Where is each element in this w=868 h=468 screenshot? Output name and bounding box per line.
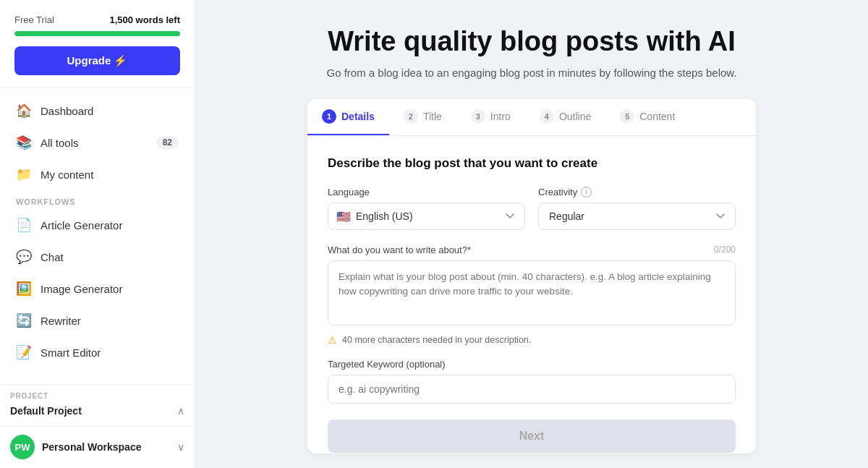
sidebar-item-chat[interactable]: 💬 Chat [0, 241, 195, 273]
creativity-select[interactable]: Regular Creative Precise [538, 203, 736, 230]
creativity-group: Creativity i Regular Creative Precise [538, 187, 736, 230]
page-subtitle: Go from a blog idea to an engaging blog … [326, 67, 736, 79]
project-name: Default Project [10, 405, 82, 417]
sidebar-item-label: Rewriter [41, 315, 81, 327]
rewriter-icon: 🔄 [16, 312, 32, 328]
language-group: Language 🇺🇸 English (US) [328, 187, 525, 230]
card-body: Describe the blog post that you want to … [307, 136, 756, 454]
sidebar-item-article-generator[interactable]: 📄 Article Generator [0, 209, 195, 241]
language-label: Language [328, 187, 525, 197]
trial-words: 1,500 words left [109, 14, 180, 25]
sidebar-item-all-tools[interactable]: 📚 All tools 82 [0, 127, 195, 158]
warning-icon: ⚠ [328, 334, 337, 346]
tab-num-1: 1 [322, 109, 336, 124]
sidebar-nav: 🏠 Dashboard 📚 All tools 82 📁 My content … [0, 88, 195, 384]
sidebar-item-smart-editor[interactable]: 📝 Smart Editor [0, 336, 195, 368]
tab-label-intro: Intro [490, 111, 511, 122]
sidebar-item-dashboard[interactable]: 🏠 Dashboard [0, 95, 195, 127]
sidebar-item-label: Chat [41, 251, 64, 263]
creativity-label: Creativity i [538, 187, 736, 197]
form-section-title: Describe the blog post that you want to … [328, 156, 736, 171]
char-count: 0/200 [714, 244, 736, 255]
next-button[interactable]: Next [328, 420, 736, 453]
trial-label: Free Trial [14, 14, 54, 25]
sidebar-item-my-content[interactable]: 📁 My content [0, 158, 195, 190]
tab-outline[interactable]: 4 Outline [525, 99, 605, 135]
keyword-input[interactable] [328, 375, 736, 404]
tab-label-details: Details [341, 111, 375, 122]
tab-num-3: 3 [471, 109, 485, 124]
tab-label-title: Title [423, 111, 442, 122]
language-creativity-row: Language 🇺🇸 English (US) Creativity i [328, 187, 736, 230]
tab-intro[interactable]: 3 Intro [456, 99, 525, 135]
tools-icon: 📚 [16, 135, 32, 150]
avatar: PW [10, 435, 35, 459]
tab-num-2: 2 [404, 109, 418, 124]
tab-title[interactable]: 2 Title [389, 99, 456, 135]
content-icon: 📁 [16, 166, 32, 182]
tab-num-4: 4 [540, 109, 554, 124]
tab-details[interactable]: 1 Details [307, 99, 389, 135]
project-section: PROJECT Default Project ∧ [0, 384, 195, 425]
workflows-label: Workflows [0, 190, 195, 209]
sidebar-item-label: Image Generator [41, 283, 122, 295]
editor-icon: 📝 [16, 344, 32, 360]
tools-badge: 82 [156, 136, 179, 149]
tab-num-5: 5 [620, 109, 634, 124]
page-title: Write quality blog posts with AI [328, 26, 736, 58]
main-content: Write quality blog posts with AI Go from… [195, 0, 868, 468]
sidebar-item-label: Dashboard [41, 105, 93, 117]
trial-row: Free Trial 1,500 words left [14, 14, 180, 25]
textarea-label-row: What do you want to write about?* 0/200 [328, 244, 736, 255]
keyword-label: Targeted Keyword (optional) [328, 359, 736, 370]
flag-icon: 🇺🇸 [336, 209, 351, 223]
language-select-wrapper: 🇺🇸 English (US) [328, 203, 525, 230]
chat-icon: 💬 [16, 249, 32, 265]
tab-content[interactable]: 5 Content [605, 99, 689, 135]
main-card: 1 Details 2 Title 3 Intro 4 Outline 5 Co… [307, 99, 756, 454]
chevron-up-icon: ∧ [177, 405, 184, 417]
progress-bar-fill [14, 31, 180, 36]
article-icon: 📄 [16, 217, 32, 233]
workspace-name: Personal Workspace [42, 441, 170, 453]
sidebar-item-label: All tools [41, 137, 79, 149]
image-icon: 🖼️ [16, 281, 32, 297]
sidebar: Free Trial 1,500 words left Upgrade ⚡ 🏠 … [0, 0, 195, 468]
sidebar-item-image-generator[interactable]: 🖼️ Image Generator [0, 273, 195, 305]
what-label: What do you want to write about?* [328, 244, 471, 255]
tab-bar: 1 Details 2 Title 3 Intro 4 Outline 5 Co… [307, 99, 756, 136]
blog-description-textarea[interactable] [328, 260, 736, 326]
language-select[interactable]: English (US) [328, 203, 525, 230]
progress-bar [14, 31, 180, 36]
sidebar-item-rewriter[interactable]: 🔄 Rewriter [0, 305, 195, 336]
tab-label-outline: Outline [559, 111, 591, 122]
warning-text: 40 more characters needed in your descri… [342, 335, 531, 345]
sidebar-item-label: Article Generator [41, 219, 122, 231]
chevron-down-icon: ∨ [177, 441, 184, 453]
sidebar-item-label: My content [41, 169, 93, 181]
sidebar-top: Free Trial 1,500 words left Upgrade ⚡ [0, 0, 195, 88]
sidebar-item-label: Smart Editor [41, 346, 101, 359]
warning-row: ⚠ 40 more characters needed in your desc… [328, 334, 736, 346]
upgrade-button[interactable]: Upgrade ⚡ [14, 46, 180, 75]
tab-label-content: Content [639, 111, 675, 122]
project-label: PROJECT [10, 392, 184, 400]
creativity-info-icon[interactable]: i [581, 187, 592, 197]
project-selector[interactable]: Default Project ∧ [10, 402, 184, 420]
home-icon: 🏠 [16, 103, 32, 119]
workspace-row[interactable]: PW Personal Workspace ∨ [0, 425, 195, 468]
